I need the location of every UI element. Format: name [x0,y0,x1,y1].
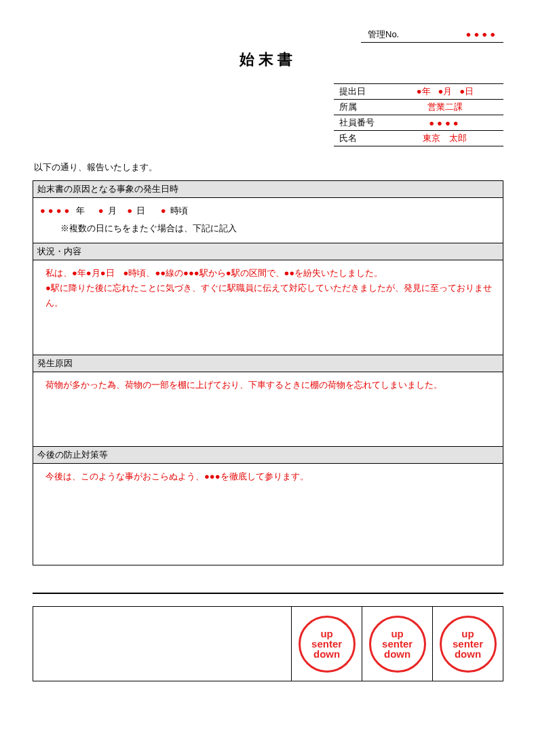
stamp-table: up senter down up senter down up senter … [33,606,503,681]
prevention-line-1: 今後は、このような事がおこらぬよう、●●●を徹底して参ります。 [45,469,496,484]
event-month-value[interactable]: ● [98,203,104,218]
main-sections: 始末書の原因となる事象の発生日時 ●●●● 年 ● 月 ● 日 ● 時頃 ※複数… [33,180,503,565]
employee-number-value[interactable]: ●●●● [387,115,503,131]
name-label: 氏名 [334,131,387,146]
event-heading: 始末書の原因となる事象の発生日時 [33,181,503,198]
event-body[interactable]: ●●●● 年 ● 月 ● 日 ● 時頃 ※複数の日にちをまたぐ場合は、下記に記入 [33,198,503,243]
management-number-row: 管理No. ●●●● [33,27,503,43]
event-day-value[interactable]: ● [127,203,132,218]
stamp-spacer [33,607,292,681]
prevention-body[interactable]: 今後は、このような事がおこらぬよう、●●●を徹底して参ります。 [33,464,503,565]
situation-line-1: 私は、●年●月●日 ●時頃、●●線の●●●駅から●駅の区間で、●●を紛失いたしま… [45,266,496,281]
employee-number-label: 社員番号 [334,115,387,131]
stamp-slot-2[interactable]: up senter down [362,607,433,681]
stamp-slot-3[interactable]: up senter down [433,607,503,681]
situation-line-2: ●駅に降りた後に忘れたことに気づき、すぐに駅職員に伝えて対応していただきましたが… [45,281,496,311]
stamp-icon: up senter down [299,616,356,673]
cause-heading: 発生原因 [33,355,503,372]
cause-body[interactable]: 荷物が多かった為、荷物の一部を棚に上げており、下車するときに棚の荷物を忘れてしま… [33,372,503,447]
department-value[interactable]: 営業二課 [387,100,503,115]
situation-body[interactable]: 私は、●年●月●日 ●時頃、●●線の●●●駅から●駅の区間で、●●を紛失いたしま… [33,260,503,355]
name-value[interactable]: 東京 太郎 [387,131,503,146]
document-title: 始末書 [33,49,503,70]
management-number-value[interactable]: ●●●● [466,29,498,39]
intro-text: 以下の通り、報告いたします。 [34,161,503,174]
department-label: 所属 [334,100,387,115]
prevention-heading: 今後の防止対策等 [33,447,503,464]
stamp-icon: up senter down [369,616,426,673]
event-day-unit: 日 [136,203,145,218]
event-hour-value[interactable]: ● [161,203,166,218]
section-divider [33,593,503,594]
event-note: ※複数の日にちをまたぐ場合は、下記に記入 [60,221,496,236]
submission-date-value[interactable]: ●年 ●月 ●日 [387,84,503,100]
stamp-slot-1[interactable]: up senter down [292,607,362,681]
header-info: 提出日 ●年 ●月 ●日 所属 営業二課 社員番号 ●●●● 氏名 東京 太郎 [33,83,503,146]
event-month-unit: 月 [108,203,117,218]
situation-heading: 状況・内容 [33,243,503,260]
submission-date-label: 提出日 [334,84,387,100]
cause-line-1: 荷物が多かった為、荷物の一部を棚に上げており、下車するときに棚の荷物を忘れてしま… [45,378,496,393]
management-number-label: 管理No. [368,28,399,41]
stamp-icon: up senter down [440,616,497,673]
event-year-value[interactable]: ●●●● [40,203,72,218]
event-year-unit: 年 [76,203,85,218]
event-hour-unit: 時頃 [170,203,188,218]
